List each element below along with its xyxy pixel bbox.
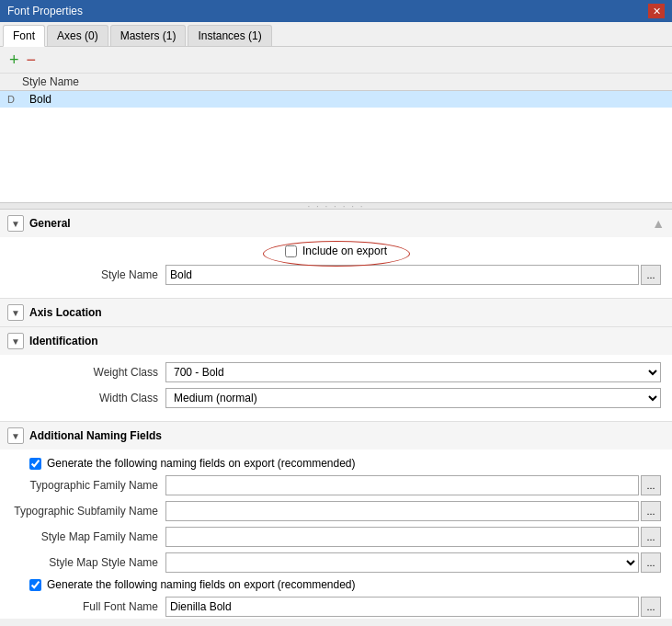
style-map-family-dots-button[interactable]: ...: [641, 527, 661, 547]
section-additional-naming-header: ▼ Additional Naming Fields: [0, 422, 672, 450]
section-additional-naming-title: Additional Naming Fields: [29, 429, 162, 442]
typographic-family-input[interactable]: [165, 475, 639, 495]
style-map-style-label: Style Map Style Name: [11, 556, 158, 569]
include-export-row: Include on export: [285, 245, 387, 257]
style-name-input[interactable]: [165, 265, 639, 285]
generate-checkbox-2[interactable]: [29, 579, 41, 591]
generate-checkbox-row-2: Generate the following naming fields on …: [11, 578, 661, 591]
section-identification-toggle[interactable]: ▼: [7, 333, 24, 349]
weight-class-label: Weight Class: [11, 366, 158, 379]
title-bar: Font Properties ✕: [0, 0, 672, 22]
tab-font[interactable]: Font: [3, 25, 45, 47]
typographic-subfamily-input[interactable]: [165, 501, 639, 521]
style-map-style-dots-button[interactable]: ...: [641, 552, 661, 573]
include-export-label: Include on export: [302, 245, 387, 257]
section-additional-naming-body: Generate the following naming fields on …: [0, 450, 672, 619]
section-general: ▼ General ▲ Include on export Style Name: [0, 210, 672, 299]
resize-handle[interactable]: · · · · · · ·: [0, 202, 672, 210]
section-axis-location-title: Axis Location: [29, 306, 102, 319]
style-map-family-input[interactable]: [165, 527, 639, 547]
typographic-subfamily-label: Typographic Subfamily Name: [11, 505, 158, 518]
style-name-row: Style Name ...: [11, 265, 661, 285]
main-layout: Style Name D Bold · · · · · · · ▼ Genera…: [0, 74, 672, 619]
typographic-subfamily-field-group: ...: [165, 501, 661, 521]
weight-class-row: Weight Class 700 - Bold: [11, 362, 661, 382]
style-map-style-row: Style Map Style Name ...: [11, 552, 661, 573]
section-identification-body: Weight Class 700 - Bold Width Class Medi…: [0, 355, 672, 421]
row-prefix: D: [7, 94, 22, 105]
remove-button[interactable]: −: [25, 51, 39, 68]
section-identification: ▼ Identification Weight Class 700 - Bold…: [0, 327, 672, 422]
generate-checkbox-row-1: Generate the following naming fields on …: [11, 457, 661, 470]
properties-pane: ▼ General ▲ Include on export Style Name: [0, 210, 672, 619]
scroll-up-icon: ▲: [652, 216, 665, 231]
style-map-family-label: Style Map Family Name: [11, 530, 158, 543]
typographic-subfamily-dots-button[interactable]: ...: [641, 501, 661, 521]
tab-masters[interactable]: Masters (1): [110, 25, 187, 46]
section-general-body: Include on export Style Name ...: [0, 237, 672, 298]
close-button[interactable]: ✕: [648, 4, 665, 18]
section-additional-naming-toggle[interactable]: ▼: [7, 427, 24, 444]
instances-toolbar: + −: [0, 47, 672, 74]
generate-label-1: Generate the following naming fields on …: [47, 457, 356, 470]
properties-inner: ▼ General ▲ Include on export Style Name: [0, 210, 672, 619]
weight-class-field-group: 700 - Bold: [165, 362, 661, 382]
section-identification-title: Identification: [29, 335, 98, 347]
full-font-name-row: Full Font Name ...: [11, 597, 661, 617]
section-general-toggle[interactable]: ▼: [7, 215, 24, 232]
width-class-select[interactable]: Medium (normal): [165, 388, 661, 408]
add-button[interactable]: +: [7, 51, 21, 68]
typographic-subfamily-row: Typographic Subfamily Name ...: [11, 501, 661, 521]
width-class-label: Width Class: [11, 392, 158, 404]
style-name-field-group: ...: [165, 265, 661, 285]
column-style-name: Style Name: [22, 75, 79, 88]
tab-axes[interactable]: Axes (0): [47, 25, 108, 46]
typographic-family-label: Typographic Family Name: [11, 479, 158, 492]
style-map-family-row: Style Map Family Name ...: [11, 527, 661, 547]
style-name-dots-button[interactable]: ...: [641, 265, 661, 285]
style-map-style-select[interactable]: [165, 552, 639, 573]
window-title: Font Properties: [7, 5, 83, 17]
instances-pane: Style Name D Bold: [0, 74, 672, 202]
full-font-name-dots-button[interactable]: ...: [641, 597, 661, 617]
typographic-family-field-group: ...: [165, 475, 661, 495]
section-identification-header: ▼ Identification: [0, 327, 672, 355]
width-class-field-group: Medium (normal): [165, 388, 661, 408]
generate-label-2: Generate the following naming fields on …: [47, 578, 356, 591]
section-additional-naming: ▼ Additional Naming Fields Generate the …: [0, 422, 672, 619]
style-name-label: Style Name: [11, 268, 158, 281]
style-map-family-field-group: ...: [165, 527, 661, 547]
include-export-checkbox[interactable]: [285, 245, 297, 257]
generate-checkbox-1[interactable]: [29, 458, 41, 470]
section-axis-location: ▼ Axis Location: [0, 299, 672, 327]
row-style-name: Bold: [29, 93, 51, 106]
typographic-family-dots-button[interactable]: ...: [641, 475, 661, 495]
style-map-style-field-group: ...: [165, 552, 661, 573]
section-axis-location-header: ▼ Axis Location: [0, 299, 672, 326]
section-axis-location-toggle[interactable]: ▼: [7, 304, 24, 321]
section-general-title: General: [29, 217, 71, 230]
include-export-wrap: Include on export: [11, 245, 661, 257]
tabs-bar: Font Axes (0) Masters (1) Instances (1): [0, 22, 672, 47]
weight-class-select[interactable]: 700 - Bold: [165, 362, 661, 382]
full-font-name-input[interactable]: [165, 597, 639, 617]
table-row[interactable]: D Bold: [0, 91, 672, 108]
full-font-name-label: Full Font Name: [11, 600, 158, 613]
table-header: Style Name: [0, 74, 672, 91]
section-general-header: ▼ General ▲: [0, 210, 672, 237]
typographic-family-row: Typographic Family Name ...: [11, 475, 661, 495]
width-class-row: Width Class Medium (normal): [11, 388, 661, 408]
full-font-name-field-group: ...: [165, 597, 661, 617]
tab-instances[interactable]: Instances (1): [188, 25, 271, 46]
